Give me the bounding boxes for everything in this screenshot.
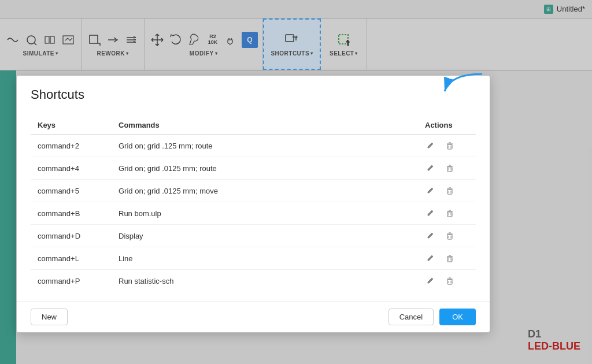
table-row: command+2 Grid on; grid .125 mm; route — [31, 135, 476, 157]
edit-button[interactable] — [425, 185, 435, 196]
table-body: command+2 Grid on; grid .125 mm; route — [31, 135, 476, 292]
shortcut-actions — [418, 135, 476, 157]
action-icons — [425, 208, 469, 218]
edit-button[interactable] — [425, 208, 435, 218]
table-row: command+5 Grid on; grid .0125 mm; move — [31, 180, 476, 202]
action-icons — [425, 253, 469, 263]
shortcut-command: Line — [112, 247, 418, 270]
action-icons — [425, 185, 469, 196]
dialog-footer: New Cancel OK — [17, 301, 490, 332]
delete-button[interactable] — [445, 208, 455, 218]
svg-rect-27 — [447, 167, 452, 172]
shortcut-keys: command+L — [31, 247, 112, 270]
table-row: command+4 Grid on; grid .0125 mm; route — [31, 157, 476, 180]
shortcut-keys: command+5 — [31, 180, 112, 202]
delete-button[interactable] — [445, 253, 455, 263]
shortcut-command: Run bom.ulp — [112, 202, 418, 225]
shortcut-keys: command+2 — [31, 135, 112, 157]
delete-button[interactable] — [445, 231, 455, 241]
cancel-button[interactable]: Cancel — [388, 309, 434, 325]
col-commands: Commands — [112, 116, 418, 135]
edit-button[interactable] — [425, 231, 435, 241]
edit-button[interactable] — [425, 276, 435, 286]
shortcut-actions — [418, 247, 476, 270]
delete-button[interactable] — [445, 276, 455, 286]
dialog-header: Shortcuts — [17, 76, 490, 107]
shortcut-command: Display — [112, 225, 418, 247]
table-row: command+D Display — [31, 225, 476, 247]
svg-rect-45 — [447, 235, 452, 239]
shortcut-actions — [418, 225, 476, 247]
shortcut-actions — [418, 180, 476, 202]
col-keys: Keys — [31, 116, 112, 135]
shortcut-keys: command+D — [31, 225, 112, 247]
svg-rect-33 — [447, 190, 452, 194]
shortcut-actions — [418, 202, 476, 225]
col-actions: Actions — [418, 116, 476, 135]
table-header-row: Keys Commands Actions — [31, 116, 476, 135]
table-row: command+L Line — [31, 247, 476, 270]
svg-rect-51 — [447, 257, 452, 262]
new-button[interactable]: New — [31, 309, 68, 325]
edit-button[interactable] — [425, 253, 435, 263]
shortcuts-dialog: Shortcuts Keys Commands Actions command+… — [16, 75, 490, 333]
edit-button[interactable] — [425, 163, 435, 173]
action-icons — [425, 276, 469, 286]
svg-rect-57 — [447, 280, 452, 284]
delete-button[interactable] — [445, 163, 455, 173]
table-row: command+P Run statistic-sch — [31, 270, 476, 292]
shortcut-actions — [418, 270, 476, 292]
shortcut-command: Grid on; grid .0125 mm; route — [112, 157, 418, 180]
shortcut-keys: command+4 — [31, 157, 112, 180]
dialog-title: Shortcuts — [31, 87, 476, 102]
edit-button[interactable] — [425, 140, 435, 151]
footer-right-buttons: Cancel OK — [388, 309, 476, 325]
dialog-body: Keys Commands Actions command+2 Grid on;… — [17, 107, 490, 301]
ok-button[interactable]: OK — [439, 309, 476, 325]
shortcut-keys: command+P — [31, 270, 112, 292]
table-header: Keys Commands Actions — [31, 116, 476, 135]
svg-rect-39 — [447, 212, 452, 217]
action-icons — [425, 163, 469, 173]
delete-button[interactable] — [445, 140, 455, 151]
table-row: command+B Run bom.ulp — [31, 202, 476, 225]
action-icons — [425, 140, 469, 151]
shortcut-command: Grid on; grid .0125 mm; move — [112, 180, 418, 202]
action-icons — [425, 231, 469, 241]
delete-button[interactable] — [445, 185, 455, 196]
shortcuts-table-wrapper[interactable]: Keys Commands Actions command+2 Grid on;… — [31, 116, 476, 292]
svg-rect-21 — [447, 144, 452, 149]
shortcut-command: Run statistic-sch — [112, 270, 418, 292]
shortcut-command: Grid on; grid .125 mm; route — [112, 135, 418, 157]
shortcut-keys: command+B — [31, 202, 112, 225]
shortcuts-table: Keys Commands Actions command+2 Grid on;… — [31, 116, 476, 292]
shortcut-actions — [418, 157, 476, 180]
